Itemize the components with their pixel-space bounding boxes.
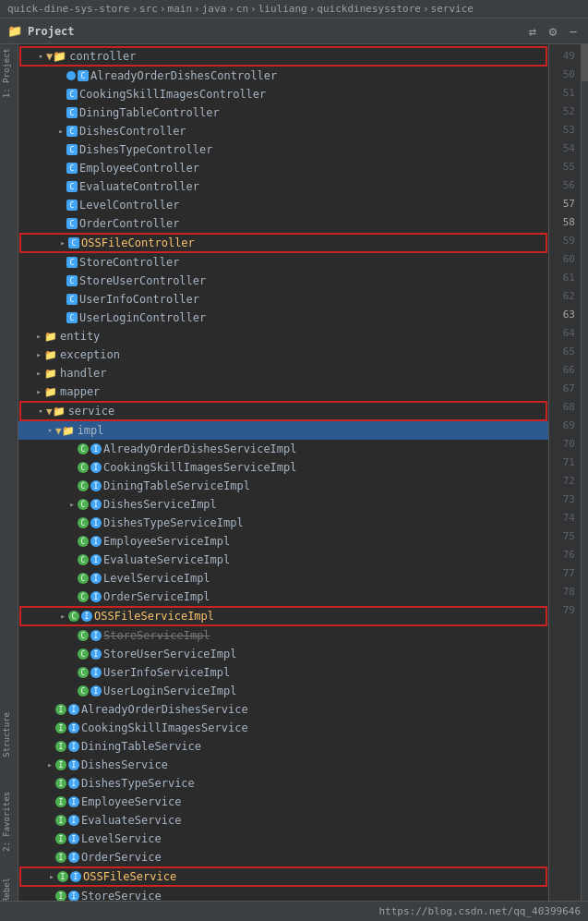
tree-item-label: DishesTypeController <box>79 143 213 156</box>
tree-row[interactable]: I I DishesTypeService <box>18 774 548 793</box>
breadcrumb-part: src <box>139 3 158 15</box>
tree-item-label: exception <box>60 348 120 361</box>
tree-row[interactable]: 📁 mapper <box>18 382 548 401</box>
arrow-icon <box>33 386 44 397</box>
line-number: 62 <box>549 286 575 305</box>
sidebar-item-favorites[interactable]: 2: Favorites <box>0 788 18 855</box>
iface-icon: I <box>55 722 66 733</box>
folder-icon: ▼📁 <box>55 425 75 437</box>
tree-row[interactable]: C StoreController <box>18 253 548 272</box>
tree-row[interactable]: C I StoreUserServiceImpl <box>18 645 548 663</box>
tree-item-label: DishesTypeService <box>81 777 195 790</box>
impl-icon: C <box>78 554 89 565</box>
impl-icon: C <box>78 573 89 584</box>
class-icon: C <box>68 237 79 248</box>
line-number: 53 <box>549 120 575 139</box>
tree-item-label: EvaluateService <box>81 814 181 827</box>
class-icon: C <box>66 181 78 192</box>
class-icon: I <box>68 796 79 807</box>
tree-row[interactable]: C I UserInfoServiceImpl <box>18 663 548 682</box>
class-icon: I <box>90 554 102 565</box>
tree-row[interactable]: C DishesController <box>18 122 548 140</box>
tree-row[interactable]: C UserInfoController <box>18 290 548 309</box>
tree-row[interactable]: C I AlreadyOrderDishesServiceImpl <box>18 440 548 458</box>
tree-row[interactable]: I I DiningTableService <box>18 737 548 756</box>
tree-item-label: service <box>68 405 115 418</box>
impl-icon: C <box>78 648 89 660</box>
tree-item-label: CookingSkillImagesService <box>81 721 248 734</box>
line-number: 72 <box>549 471 575 490</box>
tree-item-label: AlreadyOrderDishesController <box>90 69 277 82</box>
tree-row[interactable]: C LevelController <box>18 196 548 214</box>
line-number: 67 <box>549 379 575 397</box>
folder-icon: 📁 <box>44 368 57 380</box>
iface-icon: I <box>55 833 66 844</box>
tree-row[interactable]: I I EvaluateService <box>18 811 548 830</box>
settings-icon[interactable]: ⚙ <box>546 24 560 39</box>
tree-row[interactable]: I I EmployeeService <box>18 793 548 811</box>
sidebar-item-structure[interactable]: Structure <box>0 709 18 761</box>
tree-row-service[interactable]: ▼📁 service <box>20 402 546 420</box>
tree-item-label: DiningTableService <box>81 740 201 753</box>
sidebar-item-project[interactable]: 1: Project <box>0 44 18 102</box>
tree-item-label: DishesTypeServiceImpl <box>103 516 244 529</box>
folder-icon: 📁 <box>7 24 22 38</box>
class-icon: C <box>66 294 78 305</box>
tree-row[interactable]: C CookingSkillImagesController <box>18 85 548 103</box>
tree-item-label: controller <box>69 50 136 63</box>
tree-row[interactable]: I I DishesService <box>18 756 548 774</box>
minimize-icon[interactable]: − <box>566 24 581 39</box>
tree-row[interactable]: 📁 exception <box>18 345 548 364</box>
tree-row-ossfileserviceimpl[interactable]: C I OSSFileServiceImpl <box>20 607 546 625</box>
tree-row[interactable]: I I AlreadyOrderDishesService <box>18 700 548 719</box>
tree-row[interactable]: C I DiningTableServiceImpl <box>18 477 548 495</box>
class-icon: I <box>90 591 102 602</box>
breadcrumb-part: main <box>168 3 193 15</box>
line-number: 74 <box>549 508 575 527</box>
tree-row-ossfileservice[interactable]: I I OSSFileService <box>20 867 546 886</box>
tree-row[interactable]: C I CookingSkillImagesServiceImpl <box>18 458 548 477</box>
tree-row[interactable]: C I StoreServiceImpl <box>18 626 548 645</box>
tree-row[interactable]: C AlreadyOrderDishesController <box>18 67 548 85</box>
class-icon: I <box>90 648 102 660</box>
impl-icon: C <box>78 667 89 678</box>
tree-row[interactable]: ▼📁 controller <box>20 47 546 66</box>
line-number-active: 63 <box>549 305 575 323</box>
impl-icon: C <box>78 685 89 697</box>
tree-row[interactable]: C OrderController <box>18 214 548 233</box>
tree-row[interactable]: C I OrderServiceImpl <box>18 588 548 606</box>
tree-row[interactable]: C I EvaluateServiceImpl <box>18 551 548 569</box>
tree-row[interactable]: C I EmployeeServiceImpl <box>18 532 548 551</box>
class-icon: C <box>66 200 78 211</box>
tree-row[interactable]: C I DishesTypeServiceImpl <box>18 514 548 532</box>
tree-row[interactable]: I I LevelService <box>18 830 548 848</box>
tree-row-impl[interactable]: ▼📁 impl <box>18 421 548 440</box>
scrollbar[interactable] <box>581 44 588 921</box>
toolbar-title: Project <box>28 25 520 38</box>
tree-row[interactable]: I I OrderService <box>18 848 548 866</box>
file-tree[interactable]: ▼📁 controller C AlreadyOrderDishesContro… <box>18 44 548 921</box>
scrollbar-thumb[interactable] <box>582 44 588 81</box>
tree-row[interactable]: 📁 handler <box>18 364 548 382</box>
tree-row[interactable]: 📁 entity <box>18 327 548 345</box>
tree-row[interactable]: C DishesTypeController <box>18 140 548 159</box>
tree-row[interactable]: C EmployeeController <box>18 159 548 177</box>
arrow-icon <box>33 349 44 360</box>
status-url: https://blog.csdn.net/qq_40399646 <box>378 905 581 917</box>
tree-row[interactable]: I I CookingSkillImagesService <box>18 719 548 737</box>
tree-row[interactable]: C StoreUserController <box>18 272 548 290</box>
impl-icon: C <box>68 611 79 622</box>
tree-row[interactable]: C EvaluateController <box>18 177 548 196</box>
tree-item-label: EmployeeServiceImpl <box>103 535 230 548</box>
class-icon: I <box>68 833 79 844</box>
tree-row[interactable]: C DiningTableController <box>18 103 548 122</box>
tree-row[interactable]: C UserLoginController <box>18 309 548 327</box>
line-number: 61 <box>549 268 575 286</box>
tree-row[interactable]: C I LevelServiceImpl <box>18 569 548 588</box>
split-icon[interactable]: ⇄ <box>525 24 540 39</box>
tree-row[interactable]: C I DishesServiceImpl <box>18 495 548 514</box>
tree-row[interactable]: C I UserLoginServiceImpl <box>18 682 548 700</box>
arrow-icon <box>44 425 55 436</box>
tree-row-ossfilecontroller[interactable]: C OSSFileController <box>20 234 546 252</box>
breadcrumb-part: quickdinesysstore <box>317 3 421 15</box>
